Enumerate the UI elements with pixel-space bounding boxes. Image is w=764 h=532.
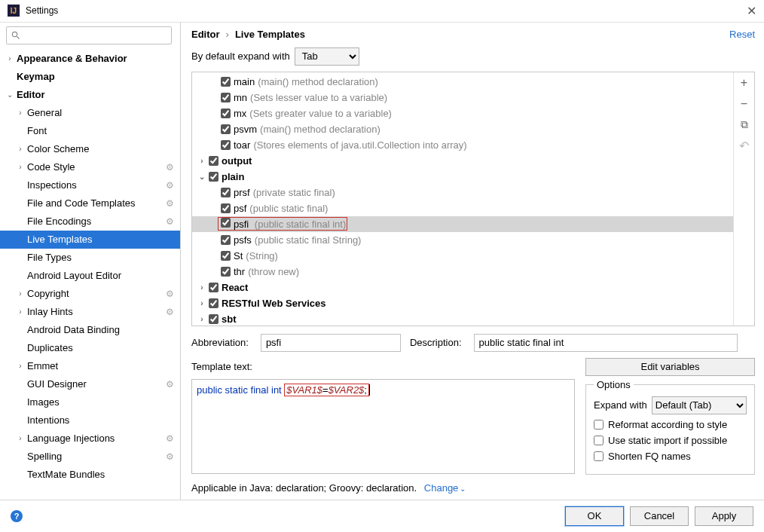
description-input[interactable] xyxy=(474,334,738,352)
expand-with-select[interactable]: Tab xyxy=(295,47,359,66)
apply-button[interactable]: Apply xyxy=(695,506,753,526)
template-text-editor[interactable]: public static final int $VAR1$=$VAR2$; xyxy=(191,379,575,474)
template-item-mx[interactable]: mx (Sets greater value to a variable) xyxy=(192,105,733,121)
sidebar-item-live-templates[interactable]: Live Templates xyxy=(0,231,180,249)
reset-link[interactable]: Reset xyxy=(729,29,755,40)
sidebar-item-language-injections[interactable]: ›Language Injections⚙ xyxy=(0,430,180,448)
template-item-st[interactable]: St (String) xyxy=(192,248,733,264)
search-input[interactable] xyxy=(6,26,172,44)
template-checkbox[interactable] xyxy=(221,77,231,87)
sidebar-item-label: Intentions xyxy=(26,414,180,426)
options-title: Options xyxy=(594,379,634,390)
template-desc: (public static final int) xyxy=(252,219,346,230)
template-checkbox[interactable] xyxy=(221,124,231,134)
template-item-prsf[interactable]: prsf (private static final) xyxy=(192,185,733,200)
chevron-icon: › xyxy=(197,283,207,292)
sidebar-item-duplicates[interactable]: Duplicates xyxy=(0,339,180,357)
group-checkbox[interactable] xyxy=(209,298,219,308)
template-item-mn[interactable]: mn (Sets lesser value to a variable) xyxy=(192,90,733,105)
sidebar-item-general[interactable]: ›General xyxy=(0,104,180,122)
undo-icon[interactable]: ↶ xyxy=(739,139,749,153)
template-item-psfi[interactable]: psfi (public static final int) xyxy=(192,216,733,232)
breadcrumb-editor[interactable]: Editor xyxy=(191,29,220,40)
template-item-thr[interactable]: thr (throw new) xyxy=(192,264,733,280)
static-import-checkbox[interactable] xyxy=(594,436,604,445)
template-checkbox[interactable] xyxy=(221,251,231,261)
sidebar-item-code-style[interactable]: ›Code Style⚙ xyxy=(0,158,180,176)
sidebar-item-color-scheme[interactable]: ›Color Scheme xyxy=(0,140,180,158)
copy-icon[interactable]: ⧉ xyxy=(741,118,748,131)
template-checkbox[interactable] xyxy=(221,140,231,150)
sidebar-item-font[interactable]: Font xyxy=(0,122,180,140)
template-group-plain[interactable]: ⌄plain xyxy=(192,169,733,185)
help-icon[interactable]: ? xyxy=(11,510,23,522)
add-icon[interactable]: + xyxy=(741,76,747,90)
template-group-restful-web-services[interactable]: ›RESTful Web Services xyxy=(192,295,733,311)
close-icon[interactable]: ✕ xyxy=(747,4,756,18)
template-name: psfs xyxy=(234,234,252,246)
template-checkbox[interactable] xyxy=(221,235,231,245)
chevron-icon: › xyxy=(197,315,207,323)
chevron-down-icon: ⌄ xyxy=(460,485,466,493)
sidebar-item-file-types[interactable]: File Types xyxy=(0,249,180,267)
template-desc: (String) xyxy=(246,250,278,261)
template-checkbox[interactable] xyxy=(221,93,231,102)
cancel-button[interactable]: Cancel xyxy=(630,506,689,526)
template-item-toar[interactable]: toar (Stores elements of java.util.Colle… xyxy=(192,137,733,153)
sidebar-item-images[interactable]: Images xyxy=(0,393,180,411)
sidebar-item-label: TextMate Bundles xyxy=(26,469,180,480)
template-group-sbt[interactable]: ›sbt xyxy=(192,311,733,326)
remove-icon[interactable]: − xyxy=(741,97,747,111)
ok-button[interactable]: OK xyxy=(565,506,624,526)
sidebar-item-label: Color Scheme xyxy=(26,143,180,154)
template-checkbox[interactable] xyxy=(221,267,231,277)
edit-variables-button[interactable]: Edit variables xyxy=(585,358,755,376)
group-checkbox[interactable] xyxy=(209,172,219,182)
sidebar-item-inspections[interactable]: Inspections⚙ xyxy=(0,176,180,194)
sidebar-item-inlay-hints[interactable]: ›Inlay Hints⚙ xyxy=(0,303,180,321)
template-checkbox[interactable] xyxy=(221,109,231,118)
template-desc: (Sets lesser value to a variable) xyxy=(250,92,387,103)
reformat-checkbox[interactable] xyxy=(594,420,604,430)
group-checkbox[interactable] xyxy=(209,156,219,166)
sidebar-item-spelling[interactable]: Spelling⚙ xyxy=(0,448,180,466)
sidebar-item-label: Android Layout Editor xyxy=(26,270,180,281)
template-item-psvm[interactable]: psvm (main() method declaration) xyxy=(192,121,733,137)
template-checkbox[interactable] xyxy=(221,203,231,213)
template-item-main[interactable]: main (main() method declaration) xyxy=(192,74,733,90)
template-item-psfs[interactable]: psfs (public static final String) xyxy=(192,232,733,248)
sidebar-item-intentions[interactable]: Intentions xyxy=(0,411,180,430)
shorten-fq-checkbox[interactable] xyxy=(594,451,604,461)
abbreviation-input[interactable] xyxy=(261,334,401,352)
chevron-icon: › xyxy=(15,163,26,171)
sidebar-item-android-layout-editor[interactable]: Android Layout Editor xyxy=(0,267,180,285)
sidebar-item-emmet[interactable]: ›Emmet xyxy=(0,357,180,375)
template-desc: (Sets greater value to a variable) xyxy=(249,108,392,119)
sidebar-item-keymap[interactable]: Keymap xyxy=(0,68,180,86)
template-group-output[interactable]: ›output xyxy=(192,153,733,169)
template-name: psvm xyxy=(234,124,257,135)
sidebar-item-file-encodings[interactable]: File Encodings⚙ xyxy=(0,212,180,231)
template-desc: (main() method declaration) xyxy=(258,76,378,87)
change-context-link[interactable]: Change xyxy=(424,482,459,494)
sidebar-item-gui-designer[interactable]: GUI Designer⚙ xyxy=(0,375,180,393)
sidebar-item-editor[interactable]: ⌄Editor xyxy=(0,86,180,104)
sidebar-item-copyright[interactable]: ›Copyright⚙ xyxy=(0,285,180,303)
sidebar-item-textmate-bundles[interactable]: TextMate Bundles xyxy=(0,466,180,484)
gear-icon: ⚙ xyxy=(166,379,174,390)
template-checkbox[interactable] xyxy=(221,218,231,228)
template-checkbox[interactable] xyxy=(221,188,231,197)
template-item-psf[interactable]: psf (public static final) xyxy=(192,200,733,216)
group-checkbox[interactable] xyxy=(209,283,219,292)
sidebar-item-appearance-behavior[interactable]: ›Appearance & Behavior xyxy=(0,50,180,68)
chevron-right-icon: › xyxy=(226,29,229,40)
template-group-react[interactable]: ›React xyxy=(192,280,733,295)
sidebar-item-label: Keymap xyxy=(15,71,180,82)
sidebar-item-android-data-binding[interactable]: Android Data Binding xyxy=(0,321,180,339)
chevron-icon: › xyxy=(15,109,26,117)
sidebar-item-label: Images xyxy=(26,396,180,408)
templates-list[interactable]: main (main() method declaration)mn (Sets… xyxy=(192,72,733,326)
sidebar-item-file-and-code-templates[interactable]: File and Code Templates⚙ xyxy=(0,194,180,212)
options-expand-select[interactable]: Default (Tab) xyxy=(652,396,747,414)
group-checkbox[interactable] xyxy=(209,314,219,324)
